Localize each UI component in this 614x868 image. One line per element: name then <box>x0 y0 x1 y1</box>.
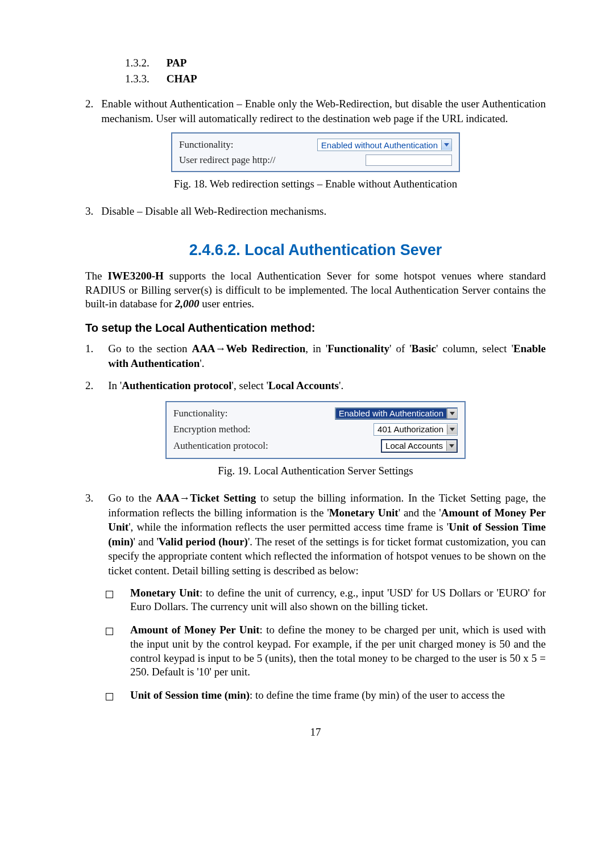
step-text: In 'Authentication protocol', select 'Lo… <box>108 378 546 393</box>
arrow-icon: → <box>215 343 226 354</box>
section-heading: 2.4.6.2. Local Authentication Sever <box>85 241 546 259</box>
figure-19-caption: Fig. 19. Local Authentication Server Set… <box>85 465 546 477</box>
figure-18-panel: Functionality: Enabled without Authentic… <box>171 132 460 172</box>
list-text: Disable – Disable all Web-Redirection me… <box>101 204 546 219</box>
text: ' of ' <box>389 343 412 354</box>
user-count: 2,000 <box>175 298 200 310</box>
chevron-down-icon <box>441 140 451 150</box>
bullet-text: Monetary Unit: to define the unit of cur… <box>130 586 546 614</box>
chevron-down-icon <box>446 441 457 451</box>
list-text: Enable without Authentication – Enable o… <box>101 97 546 126</box>
chevron-down-icon <box>447 408 457 419</box>
functionality-label: Functionality: <box>179 139 233 151</box>
functionality-label: Functionality: <box>173 408 227 419</box>
text: ' and ' <box>134 536 159 548</box>
step-number: 2. <box>85 378 93 393</box>
model-name: IWE3200-H <box>108 270 164 282</box>
bullet-text: Amount of Money Per Unit: to define the … <box>130 623 546 679</box>
redirect-input[interactable] <box>366 155 452 166</box>
chevron-down-icon <box>447 424 457 435</box>
text: Go to the <box>108 492 156 504</box>
text: AAA <box>192 343 215 354</box>
arrow-icon: → <box>179 492 190 504</box>
text: Authentication protocol <box>122 379 231 391</box>
text: ' column, select ' <box>436 343 513 354</box>
text: Local Accounts <box>268 379 339 391</box>
bullet-icon <box>106 623 113 679</box>
text: Amount of Money Per Unit <box>130 624 260 636</box>
subitem-label: PAP <box>167 57 187 69</box>
text: Monetary Unit <box>130 587 200 599</box>
step-text: Go to the section AAA→Web Redirection, i… <box>108 341 546 370</box>
functionality-dropdown[interactable]: Enabled with Authentication <box>335 407 458 420</box>
text: AAA <box>156 492 179 504</box>
encryption-dropdown[interactable]: 401 Authorization <box>374 423 458 436</box>
dropdown-value: Local Accounts <box>382 440 446 451</box>
text: user entries. <box>200 298 255 310</box>
dropdown-value: Enabled with Authentication <box>335 408 447 419</box>
dropdown-value: Enabled without Authentication <box>318 140 441 151</box>
text: The <box>85 270 108 282</box>
text: ' and the ' <box>399 507 441 519</box>
text: Web Redirection <box>226 343 306 354</box>
text: ', select ' <box>232 379 268 391</box>
bullet-icon <box>106 688 113 703</box>
list-number: 2. <box>85 97 93 126</box>
text: , in ' <box>305 343 327 354</box>
text: Unit of Session time (min) <box>130 689 250 701</box>
text: Valid period (hour) <box>159 536 248 548</box>
setup-subheading: To setup the Local Authentication method… <box>85 322 546 335</box>
dropdown-value: 401 Authorization <box>374 424 447 435</box>
redirect-label: User redirect page http:// <box>179 155 275 166</box>
step-number: 3. <box>85 491 93 578</box>
text: Go to the section <box>108 343 192 354</box>
auth-protocol-label: Authentication protocol: <box>173 440 268 452</box>
intro-paragraph: The IWE3200-H supports the local Authent… <box>85 269 546 311</box>
figure-18-caption: Fig. 18. Web redirection settings – Enab… <box>85 178 546 190</box>
step-text: Go to the AAA→Ticket Setting to setup th… <box>108 491 546 578</box>
subitem-number: 1.3.3. <box>125 73 150 85</box>
bullet-icon <box>106 586 113 614</box>
page-number: 17 <box>85 726 546 738</box>
subitem-label: CHAP <box>167 73 197 85</box>
subitem-number: 1.3.2. <box>125 57 150 69</box>
text: Basic <box>412 343 436 354</box>
figure-19-panel: Functionality: Enabled with Authenticati… <box>165 401 466 459</box>
step-number: 1. <box>85 341 93 370</box>
text: '. <box>339 379 343 391</box>
list-number: 3. <box>85 204 93 219</box>
functionality-dropdown[interactable]: Enabled without Authentication <box>317 139 452 151</box>
encryption-label: Encryption method: <box>173 424 251 435</box>
bullet-text: Unit of Session time (min): to define th… <box>130 688 546 703</box>
text: Monetary Unit <box>329 507 399 519</box>
text: : to define the time frame (by min) of t… <box>250 689 505 701</box>
text: In ' <box>108 379 122 391</box>
text: '. <box>200 357 204 369</box>
text: Functionality <box>327 343 389 354</box>
text: ', while the information reflects the us… <box>128 521 449 533</box>
text: Ticket Setting <box>190 492 256 504</box>
auth-protocol-dropdown[interactable]: Local Accounts <box>381 439 458 453</box>
